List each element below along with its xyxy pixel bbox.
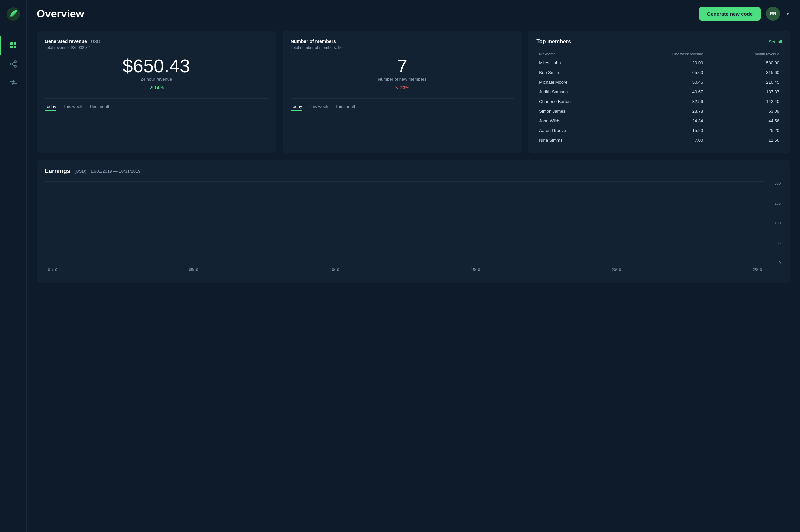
- revenue-card-tabs: Today This week This month: [45, 98, 268, 111]
- member-month-revenue: 315.60: [706, 68, 782, 77]
- y-label-190: 190: [775, 221, 781, 225]
- members-card-tabs: Today This week This month: [291, 98, 514, 111]
- member-month-revenue: 580.00: [706, 58, 782, 68]
- col-month-revenue: 1 month revenue: [706, 50, 782, 58]
- col-nickname: Nickname: [536, 50, 622, 58]
- table-row: Bob Smith 65.60 315.60: [536, 68, 782, 77]
- top-members-table: Nickname One week revenue 1 month revenu…: [536, 50, 782, 145]
- sidebar: [0, 0, 27, 532]
- topbar: Overview Generate new code RR ▼: [27, 0, 800, 27]
- chart-area: 360 285 190 85 0 01/10 05/10 10/10 15/10…: [45, 181, 782, 275]
- svg-rect-4: [14, 46, 16, 48]
- table-row: Simon James 28.78 53.09: [536, 106, 782, 116]
- member-week-revenue: 15.20: [622, 126, 706, 135]
- members-sub: Number of new members: [291, 77, 514, 82]
- main-content: Overview Generate new code RR ▼ Generate…: [27, 0, 800, 532]
- table-row: John Wilds 24.34 44.56: [536, 116, 782, 126]
- x-label-05: 05/10: [189, 268, 198, 272]
- table-row: Michael Moore 50.45 210.45: [536, 77, 782, 87]
- earnings-date-range: 10/01/2019 — 10/31/2019: [90, 169, 140, 174]
- svg-point-7: [14, 65, 16, 67]
- y-label-85: 85: [777, 241, 781, 245]
- members-tab-month[interactable]: This month: [335, 104, 356, 111]
- trend-up-arrow-icon: ↗: [149, 85, 153, 90]
- top-members-card: Top members See all Nickname One week re…: [528, 31, 790, 153]
- x-label-01: 01/10: [48, 268, 57, 272]
- earnings-header: Earnings (USD) 10/01/2019 — 10/31/2019: [45, 168, 782, 175]
- member-month-revenue: 25.20: [706, 126, 782, 135]
- member-week-revenue: 28.78: [622, 106, 706, 116]
- x-label-10: 10/10: [330, 268, 339, 272]
- revenue-trend: ↗ 14%: [45, 85, 268, 90]
- member-month-revenue: 53.09: [706, 106, 782, 116]
- member-name: Aaron Groove: [536, 126, 622, 135]
- member-week-revenue: 40.67: [622, 87, 706, 97]
- table-row: Miles Hahn 120.00 580.00: [536, 58, 782, 68]
- table-row: Nina Simms 7.00 11.56: [536, 135, 782, 145]
- svg-rect-3: [10, 46, 13, 48]
- user-avatar[interactable]: RR: [766, 7, 780, 21]
- chart-labels-x: 01/10 05/10 10/10 15/10 20/10 25/10: [45, 265, 765, 275]
- earnings-title: Earnings: [45, 168, 70, 175]
- user-menu-chevron[interactable]: ▼: [785, 11, 790, 16]
- members-trend: ↘ 23%: [291, 85, 514, 90]
- generate-new-code-button[interactable]: Generate new code: [699, 7, 761, 21]
- members-big-number: 7: [291, 57, 514, 75]
- sidebar-item-share[interactable]: [0, 55, 26, 73]
- page-title: Overview: [37, 8, 84, 20]
- member-name: Charlene Barton: [536, 97, 622, 106]
- x-label-20: 20/10: [612, 268, 621, 272]
- chart-labels-y: 360 285 190 85 0: [765, 181, 782, 265]
- revenue-tab-week[interactable]: This week: [63, 104, 83, 111]
- svg-line-9: [12, 62, 14, 64]
- member-name: Michael Moore: [536, 77, 622, 87]
- revenue-card-sublabel: Total revenue: $35032.32: [45, 45, 268, 50]
- revenue-tab-month[interactable]: This month: [89, 104, 110, 111]
- svg-point-5: [14, 61, 16, 63]
- svg-point-6: [10, 63, 12, 65]
- table-row: Judith Samson 40.67 187.37: [536, 87, 782, 97]
- svg-rect-1: [10, 42, 13, 45]
- members-trend-value: 23%: [400, 85, 409, 90]
- member-month-revenue: 142.40: [706, 97, 782, 106]
- members-tab-today[interactable]: Today: [291, 104, 302, 111]
- see-all-button[interactable]: See all: [769, 39, 782, 44]
- members-tab-week[interactable]: This week: [309, 104, 328, 111]
- col-week-revenue: One week revenue: [622, 50, 706, 58]
- app-logo: [6, 7, 21, 23]
- member-month-revenue: 210.45: [706, 77, 782, 87]
- cards-row: Generated revenue USD Total revenue: $35…: [27, 27, 800, 160]
- members-card-label: Number of members: [291, 39, 514, 44]
- member-week-revenue: 50.45: [622, 77, 706, 87]
- svg-rect-2: [14, 42, 16, 45]
- revenue-card-label: Generated revenue: [45, 39, 87, 44]
- member-name: John Wilds: [536, 116, 622, 126]
- revenue-card: Generated revenue USD Total revenue: $35…: [37, 31, 276, 153]
- member-name: Judith Samson: [536, 87, 622, 97]
- member-month-revenue: 187.37: [706, 87, 782, 97]
- x-label-25: 25/10: [753, 268, 762, 272]
- sidebar-item-dashboard[interactable]: [0, 36, 26, 55]
- member-name: Simon James: [536, 106, 622, 116]
- x-label-15: 15/10: [471, 268, 480, 272]
- member-week-revenue: 65.60: [622, 68, 706, 77]
- top-members-header: Top members See all: [536, 39, 782, 45]
- member-name: Nina Simms: [536, 135, 622, 145]
- top-members-title: Top members: [536, 39, 571, 45]
- sidebar-item-transfer[interactable]: [0, 73, 26, 92]
- table-row: Charlene Barton 32.56 142.40: [536, 97, 782, 106]
- y-label-0: 0: [779, 261, 781, 265]
- y-label-360: 360: [775, 181, 781, 185]
- revenue-sub: 24 hour revenue: [45, 77, 268, 82]
- members-card: Number of members Total number of member…: [283, 31, 522, 153]
- member-name: Bob Smith: [536, 68, 622, 77]
- revenue-trend-value: 14%: [154, 85, 164, 90]
- member-week-revenue: 120.00: [622, 58, 706, 68]
- y-label-285: 285: [775, 201, 781, 205]
- revenue-tab-today[interactable]: Today: [45, 104, 56, 111]
- trend-down-arrow-icon: ↘: [395, 85, 399, 90]
- members-card-sublabel: Total number of members: 90: [291, 45, 514, 50]
- revenue-card-currency: USD: [91, 39, 100, 44]
- member-month-revenue: 11.56: [706, 135, 782, 145]
- earnings-section: Earnings (USD) 10/01/2019 — 10/31/2019 3…: [37, 160, 790, 283]
